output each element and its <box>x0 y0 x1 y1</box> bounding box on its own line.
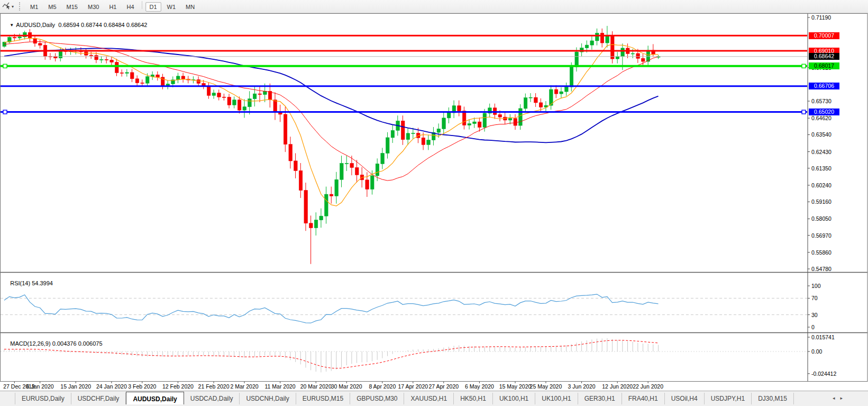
timeframe-button-h4[interactable]: H4 <box>122 2 138 12</box>
ma-mid-line <box>4 42 659 181</box>
candle-body <box>248 99 252 107</box>
candle-body <box>478 122 481 127</box>
cursor-tool-group[interactable]: ▾ <box>0 1 16 12</box>
chart-tab-hk50-h1[interactable]: HK50,H1 <box>454 393 493 404</box>
chart-tab-bar: EURUSD,DailyUSDCHF,DailyAUDUSD,DailyUSDC… <box>0 391 868 406</box>
time-axis-label: 17 Apr 2020 <box>398 383 428 390</box>
time-axis-label: 27 Apr 2020 <box>428 383 459 390</box>
timeframe-button-m1[interactable]: M1 <box>26 2 42 12</box>
candle-body <box>560 92 563 94</box>
candle-body <box>145 77 149 83</box>
candle-body <box>100 59 104 60</box>
candle-body <box>156 75 160 77</box>
price-axis-tick-label: 0.54780 <box>811 266 832 272</box>
candle-body <box>606 36 609 43</box>
time-axis-label: 3 Jun 2020 <box>568 383 596 390</box>
candle-body <box>570 67 573 87</box>
chart-tab-eurusd-m15[interactable]: EURUSD,M15 <box>296 393 350 404</box>
candle-body <box>304 191 308 223</box>
macd-axis-label: 0.00 <box>811 348 823 355</box>
chart-tab-usoil-h4[interactable]: USOil,H4 <box>665 393 705 404</box>
time-axis-label: 25 May 2020 <box>530 383 562 390</box>
time-axis-label: 12 Feb 2020 <box>162 383 194 390</box>
candle-body <box>483 113 487 128</box>
price-chart-canvas[interactable]: 0.711900.679200.657300.646200.635400.624… <box>0 13 868 391</box>
chart-tab-fra40-h1[interactable]: FRA40,H1 <box>622 393 665 404</box>
candle-body <box>131 73 134 79</box>
chart-tab-ger30-h1[interactable]: GER30,H1 <box>578 393 622 404</box>
timeframe-button-m30[interactable]: M30 <box>84 2 103 12</box>
toolbar-separator <box>142 1 142 9</box>
rsi-line <box>4 294 659 323</box>
price-axis-tick-label: 0.55860 <box>811 249 832 256</box>
time-axis-label: 6 Jan 2020 <box>26 383 54 390</box>
chart-tab-usdcnh-daily[interactable]: USDCNH,Daily <box>240 393 296 404</box>
candle-body <box>89 55 93 56</box>
candle-body <box>437 129 441 132</box>
candle-body <box>422 138 425 145</box>
candle-body <box>233 100 236 105</box>
candle-body <box>366 180 369 190</box>
price-axis-tick-label: 0.58050 <box>811 215 832 222</box>
candle-body <box>95 56 98 60</box>
price-badge-066706: 0.66706 <box>809 83 839 89</box>
rsi-axis-label: 0 <box>811 324 815 330</box>
timeframe-button-m15[interactable]: M15 <box>62 2 82 12</box>
timeframe-button-d1[interactable]: D1 <box>145 2 161 12</box>
time-axis-label: 24 Jan 2020 <box>96 383 127 390</box>
chart-tab-uk100-h1[interactable]: UK100,H1 <box>535 393 578 404</box>
candle-body <box>314 220 318 228</box>
chart-tab-usdjpy-h1[interactable]: USDJPY,H1 <box>705 393 752 404</box>
candle-body <box>319 216 323 220</box>
timeframe-button-h1[interactable]: H1 <box>105 2 121 12</box>
candle-body <box>325 194 328 216</box>
timeframe-button-w1[interactable]: W1 <box>163 2 180 12</box>
price-axis-tick-label: 0.71190 <box>811 14 831 21</box>
candle-body <box>340 164 344 180</box>
timeframe-button-m5[interactable]: M5 <box>44 2 60 12</box>
chart-tab-dj30-m15[interactable]: DJ30,M15 <box>752 393 794 404</box>
candle-body <box>508 119 512 120</box>
candle-body <box>33 38 37 43</box>
chart-tab-usdcad-daily[interactable]: USDCAD,Daily <box>184 393 240 404</box>
time-axis-label: 3 Feb 2020 <box>128 383 156 390</box>
chart-tab-usdchf-daily[interactable]: USDCHF,Daily <box>71 393 126 404</box>
line-handle[interactable] <box>3 64 7 68</box>
time-axis-label: 21 Feb 2020 <box>198 383 230 390</box>
chart-tabs: EURUSD,DailyUSDCHF,DailyAUDUSD,DailyUSDC… <box>15 392 794 404</box>
candle-body <box>345 164 349 164</box>
chart-window[interactable]: 0.711900.679200.657300.646200.635400.624… <box>0 13 868 391</box>
price-axis-tick-label: 0.63540 <box>811 131 832 138</box>
chart-tab-eurusd-daily[interactable]: EURUSD,Daily <box>15 393 71 404</box>
price-axis-tick-label: 0.61350 <box>811 165 832 172</box>
candle-body <box>565 87 569 92</box>
price-badge-070007: 0.70007 <box>809 32 839 39</box>
time-axis-label: 30 Mar 2020 <box>331 383 362 390</box>
rsi-name: RSI(14) <box>10 280 30 286</box>
timeframe-button-mn[interactable]: MN <box>181 2 199 12</box>
candle-body <box>462 111 466 125</box>
tab-scroll-left-icon[interactable]: ◂ <box>833 395 840 401</box>
line-handle[interactable] <box>802 64 806 68</box>
time-axis-label: 12 Jun 2020 <box>602 383 633 390</box>
chart-tab-audusd-daily[interactable]: AUDUSD,Daily <box>126 392 184 404</box>
candle-body <box>534 97 538 103</box>
chart-tab-xauusd-h1[interactable]: XAUUSD,H1 <box>404 393 454 404</box>
collapse-triangle-icon[interactable]: ▼ <box>10 23 14 28</box>
candle-body <box>289 145 293 161</box>
price-axis-tick-label: 0.65730 <box>811 98 832 104</box>
candle-body <box>371 176 374 189</box>
candle-body <box>115 62 119 73</box>
line-handle[interactable] <box>802 110 806 114</box>
candle-body <box>110 60 114 62</box>
chart-ohlc-values: 0.68594 0.68744 0.68484 0.68642 <box>58 22 147 28</box>
tab-scroll-right-icon[interactable]: ▸ <box>840 395 848 401</box>
line-handle[interactable] <box>3 110 7 114</box>
chevron-down-icon[interactable]: ▾ <box>12 4 14 9</box>
price-axis-tick-label: 0.64620 <box>811 115 832 121</box>
candle-body <box>243 107 246 110</box>
candle-body <box>253 94 257 99</box>
chart-tab-gbpusd-m30[interactable]: GBPUSD,M30 <box>350 393 404 404</box>
chart-cursor-icon[interactable] <box>2 1 11 12</box>
chart-tab-uk100-h1[interactable]: UK100,H1 <box>493 393 535 404</box>
